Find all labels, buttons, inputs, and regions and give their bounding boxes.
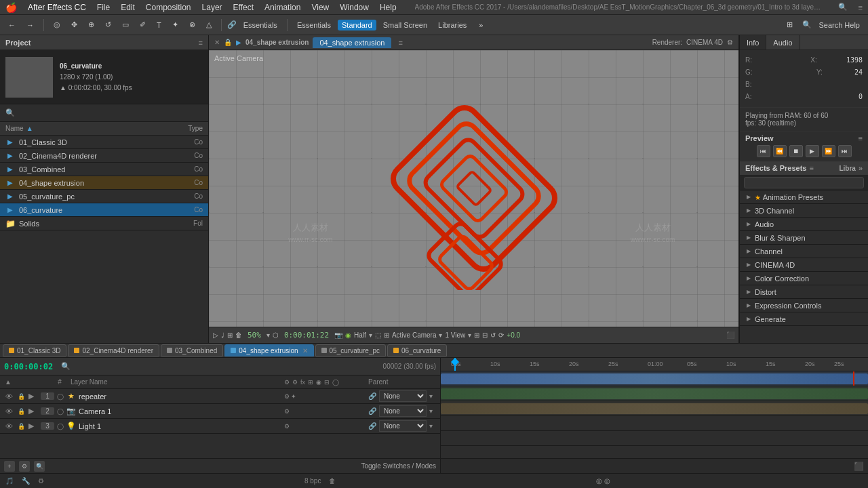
project-item-4[interactable]: ▶04_shape extrusionCo (0, 176, 208, 190)
viewer-color-icon[interactable]: ◉ (345, 331, 351, 339)
timeline-tab-4[interactable]: 05_curvature_pc (315, 344, 387, 357)
tool-clone[interactable]: ⊗ (185, 19, 199, 30)
project-search-bar[interactable]: 🔍 (0, 104, 208, 122)
menu-file[interactable]: File (97, 3, 110, 12)
renderer-settings-icon[interactable]: ⚙ (727, 39, 733, 46)
menu-view[interactable]: View (311, 3, 329, 12)
parent-select-2[interactable]: None (379, 405, 427, 417)
search-help-label[interactable]: Search Help (814, 20, 864, 30)
menu-layer[interactable]: Layer (202, 3, 222, 12)
effects-presets-menu[interactable]: ≡ (810, 164, 814, 172)
workspace-libraries[interactable]: Libraries (434, 20, 471, 30)
add-layer-btn[interactable]: + (4, 461, 15, 472)
preview-first-frame[interactable]: ⏮ (757, 145, 770, 157)
viewer-lock-icon[interactable]: 🔒 (224, 39, 232, 46)
workspace-essentials[interactable]: Essentials (293, 20, 335, 30)
timeline-tab-2[interactable]: 03_Combined (161, 344, 223, 357)
effects-item-7[interactable]: ▶Distort (740, 285, 868, 299)
viewer-tab[interactable]: 04_shape extrusion (313, 37, 391, 48)
layer-search-btn[interactable]: 🔍 (34, 461, 45, 472)
sort-icon[interactable]: ▲ (4, 378, 12, 386)
viewer-expand-icon[interactable]: ⬛ (726, 331, 734, 339)
effects-item-4[interactable]: ▶Channel (740, 245, 868, 258)
viewer-time-display[interactable]: 0:00:01:22 (281, 331, 332, 340)
preview-menu-icon[interactable]: ≡ (859, 134, 863, 142)
sw-1-3[interactable]: ⚙ (284, 423, 290, 430)
search-layers-icon[interactable]: 🔍 (61, 362, 71, 371)
tool-puppet[interactable]: △ (202, 19, 216, 30)
tool-zoom[interactable]: ⊕ (84, 19, 98, 30)
effects-search-bar[interactable] (740, 176, 868, 190)
viewer-view-label[interactable]: Active Camera (392, 331, 437, 339)
sw-1-2[interactable]: ⚙ (284, 408, 290, 415)
viewer-zoom-btn[interactable]: ▾ (267, 331, 270, 339)
lh-name[interactable]: Layer Name (71, 378, 281, 386)
effects-search-input[interactable] (744, 177, 864, 188)
viewer-panel-close[interactable]: ✕ (214, 39, 220, 46)
viewer-icons2[interactable]: ⊞ (474, 331, 479, 339)
tool-select[interactable]: ◎ (50, 19, 64, 30)
viewer-zoom-display[interactable]: 50% (245, 331, 264, 340)
layer-expand-2[interactable]: ▶ (28, 407, 38, 415)
effects-item-5[interactable]: ▶CINEMA 4D (740, 258, 868, 272)
sw-1-1[interactable]: ⚙ (284, 393, 290, 400)
workspace-standard[interactable]: Standard (338, 20, 376, 30)
project-item-1[interactable]: ▶01_Classic 3DCo (0, 136, 208, 149)
viewer-quality-display[interactable]: Half (354, 331, 366, 339)
layer-solo-2[interactable]: ◯ (57, 408, 64, 415)
project-item-2[interactable]: ▶02_Cinema4D rendererCo (0, 149, 208, 163)
menu-aftereffects[interactable]: After Effects CC (28, 3, 86, 12)
layer-lock-1[interactable]: 🔒 (16, 393, 26, 400)
effects-library-tab[interactable]: Libra (839, 165, 855, 172)
project-item-6[interactable]: ▶06_curvatureCo (0, 203, 208, 217)
snapping-label[interactable]: Essentials (239, 20, 281, 30)
viewer-trash-icon[interactable]: 🗑 (235, 331, 242, 339)
viewer-preview-icon[interactable]: ▷ (213, 331, 218, 339)
layer-expand-3[interactable]: ▶ (28, 422, 38, 430)
parent-arrow-2[interactable]: ▾ (429, 407, 433, 415)
sw-2-1[interactable]: ✦ (291, 393, 296, 400)
effects-item-2[interactable]: ▶Audio (740, 218, 868, 231)
preview-forward-frame[interactable]: ⏩ (822, 145, 835, 157)
project-item-3[interactable]: ▶03_CombinedCo (0, 163, 208, 176)
viewer-layout-label[interactable]: 1 View (445, 331, 465, 339)
effects-item-6[interactable]: ▶Color Correction (740, 272, 868, 285)
parent-select-1[interactable]: None (379, 390, 427, 402)
layer-expand-1[interactable]: ▶ (28, 392, 38, 401)
layer-vis-1[interactable]: 👁 (4, 392, 14, 401)
viewer-size-icon[interactable]: ⬡ (273, 331, 279, 339)
layer-row-1[interactable]: 👁 🔒 ▶ 1 ◯ ★ repeater ⚙ ✦ 🔗 None ▾ (0, 389, 440, 404)
viewer-region-icon[interactable]: ⬚ (375, 331, 381, 339)
effects-item-9[interactable]: ▶Generate (740, 312, 868, 326)
layer-settings-btn[interactable]: ⚙ (19, 461, 30, 472)
menu-edit[interactable]: Edit (121, 3, 135, 12)
viewer-3d-icon[interactable]: ⊞ (384, 331, 389, 339)
tab-close-3[interactable]: ✕ (302, 347, 308, 354)
preview-stop[interactable]: ⏹ (789, 145, 803, 157)
tool-pen[interactable]: ✐ (136, 19, 150, 30)
project-panel-menu-icon[interactable]: ≡ (199, 39, 203, 47)
tool-text[interactable]: T (153, 20, 165, 30)
effects-expand-icon[interactable]: » (859, 164, 863, 172)
status-trash[interactable]: 🗑 (329, 477, 336, 485)
tab-info[interactable]: Info (740, 35, 766, 49)
apple-menu[interactable]: 🍎 (5, 2, 17, 13)
status-icon3[interactable]: ⚙ (38, 477, 44, 485)
layer-row-2[interactable]: 👁 🔒 ▶ 2 ◯ 📷 Camera 1 ⚙ 🔗 None ▾ (0, 404, 440, 419)
timeline-tab-3[interactable]: 04_shape extrusion✕ (224, 344, 313, 357)
viewer-toggle[interactable]: ⊞ (783, 19, 797, 30)
tool-rotate[interactable]: ↺ (101, 19, 115, 30)
viewer-icons4[interactable]: ↺ (490, 331, 496, 339)
workspace-small-screen[interactable]: Small Screen (379, 20, 431, 30)
effects-item-0[interactable]: ▶★ Animation Presets (740, 190, 868, 204)
viewer-layout-btn[interactable]: ▾ (468, 331, 471, 339)
viewer-icons5[interactable]: ⟳ (498, 331, 504, 339)
tool-brush[interactable]: ✦ (168, 19, 182, 30)
timeline-tab-5[interactable]: 06_curvature (387, 344, 447, 357)
back-btn[interactable]: ← (4, 20, 20, 30)
viewer-tab-menu[interactable]: ≡ (398, 39, 402, 47)
forward-btn[interactable]: → (22, 20, 38, 30)
project-item-5[interactable]: ▶05_curvature_pcCo (0, 190, 208, 203)
project-item-7[interactable]: 📁SolidsFol (0, 217, 208, 230)
parent-arrow-3[interactable]: ▾ (429, 422, 433, 430)
